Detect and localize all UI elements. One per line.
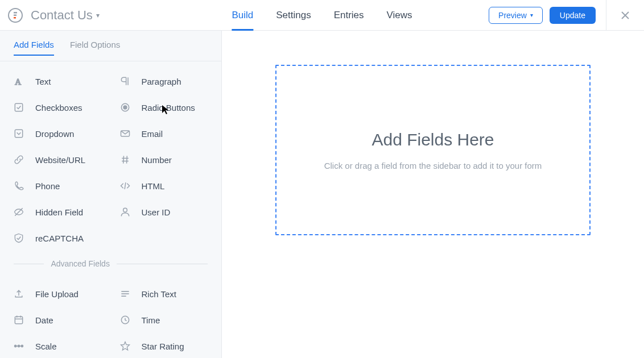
paragraph-icon [119, 75, 131, 88]
sidebar-tab-add-fields[interactable]: Add Fields [14, 40, 54, 55]
field-label: Hidden Field [35, 207, 83, 217]
field-item-email[interactable]: Email [111, 120, 217, 147]
text-icon: A [13, 75, 25, 88]
star-icon [119, 340, 131, 352]
field-item-number[interactable]: Number [111, 147, 217, 173]
top-actions: Preview ▾ Update [489, 0, 644, 30]
tab-settings[interactable]: Settings [276, 0, 311, 30]
svg-rect-3 [14, 17, 16, 19]
form-title-dropdown[interactable]: Contact Us ▾ [31, 8, 100, 23]
field-item-scale[interactable]: Scale [5, 333, 111, 358]
field-item-date[interactable]: Date [5, 307, 111, 333]
svg-rect-10 [15, 130, 22, 137]
field-label: Radio Buttons [142, 103, 195, 113]
field-item-radio[interactable]: Radio Buttons [111, 94, 217, 120]
email-icon [119, 127, 131, 140]
field-item-star[interactable]: Star Rating [111, 333, 217, 358]
sidebar-tab-field-options[interactable]: Field Options [70, 40, 120, 55]
svg-text:A: A [15, 77, 21, 86]
user-icon [119, 206, 131, 218]
dropzone-subtext: Click or drag a field from the sidebar t… [324, 161, 542, 170]
advanced-fields-heading: Advanced Fields [0, 253, 221, 274]
dropdown-icon [13, 127, 25, 140]
app-logo [0, 8, 31, 23]
svg-rect-1 [14, 12, 17, 14]
field-item-upload[interactable]: File Upload [5, 281, 111, 307]
field-label: User ID [142, 207, 171, 217]
field-item-phone[interactable]: Phone [5, 173, 111, 199]
field-label: File Upload [35, 289, 79, 299]
radio-icon [119, 101, 131, 114]
form-title: Contact Us [31, 8, 93, 23]
advanced-fields-grid: File UploadRich TextDateTimeScaleStar Ra… [0, 274, 221, 358]
field-item-captcha[interactable]: reCAPTCHA [5, 225, 111, 251]
main-tabs: Build Settings Entries Views [232, 0, 412, 30]
field-label: Number [142, 155, 172, 165]
dropzone-heading: Add Fields Here [371, 130, 494, 149]
svg-point-13 [123, 208, 127, 212]
field-label: Time [142, 315, 160, 325]
field-item-hidden[interactable]: Hidden Field [5, 199, 111, 225]
captcha-icon [13, 232, 25, 244]
field-label: Text [35, 77, 51, 86]
logo-icon [8, 8, 23, 23]
field-label: Star Rating [142, 342, 184, 351]
url-icon [13, 153, 25, 166]
field-label: Rich Text [142, 289, 176, 299]
field-item-text[interactable]: AText [5, 68, 111, 94]
field-label: Checkboxes [35, 103, 82, 113]
field-item-dropdown[interactable]: Dropdown [5, 120, 111, 147]
field-item-url[interactable]: Website/URL [5, 147, 111, 173]
form-canvas: Add Fields Here Click or drag a field fr… [222, 31, 644, 358]
field-item-checkbox[interactable]: Checkboxes [5, 94, 111, 120]
svg-rect-17 [15, 317, 22, 324]
html-icon [119, 180, 131, 192]
sidebar-tabs: Add Fields Field Options [0, 31, 221, 61]
body: Add Fields Field Options ATextParagraphC… [0, 31, 644, 358]
svg-point-9 [123, 106, 127, 109]
time-icon [119, 314, 131, 326]
field-item-richtext[interactable]: Rich Text [111, 281, 217, 307]
field-item-user[interactable]: User ID [111, 199, 217, 225]
close-button[interactable] [613, 10, 637, 20]
field-label: HTML [142, 181, 165, 191]
divider [606, 0, 606, 31]
svg-rect-7 [15, 103, 22, 111]
field-label: Email [142, 129, 163, 139]
field-item-time[interactable]: Time [111, 307, 217, 333]
field-label: Paragraph [142, 77, 181, 86]
dropzone[interactable]: Add Fields Here Click or drag a field fr… [275, 65, 591, 235]
scale-icon [13, 340, 25, 352]
number-icon [119, 153, 131, 166]
upload-icon [13, 288, 25, 300]
svg-rect-2 [14, 14, 16, 16]
field-item-html[interactable]: HTML [111, 173, 217, 199]
checkbox-icon [13, 101, 25, 114]
field-label: Scale [35, 342, 57, 351]
caret-down-icon: ▾ [96, 11, 100, 19]
preview-button[interactable]: Preview ▾ [489, 7, 543, 24]
basic-fields-grid: ATextParagraphCheckboxesRadio ButtonsDro… [0, 61, 221, 253]
field-label: Dropdown [35, 129, 74, 139]
tab-views[interactable]: Views [387, 0, 412, 30]
top-bar: Contact Us ▾ Build Settings Entries View… [0, 0, 644, 31]
date-icon [13, 314, 25, 326]
tab-entries[interactable]: Entries [334, 0, 364, 30]
field-label: reCAPTCHA [35, 234, 84, 243]
hidden-icon [13, 206, 25, 218]
close-icon [620, 10, 630, 20]
field-label: Website/URL [35, 155, 85, 165]
tab-build[interactable]: Build [232, 0, 253, 30]
richtext-icon [119, 288, 131, 300]
update-button[interactable]: Update [550, 7, 596, 24]
field-label: Phone [35, 181, 60, 191]
field-label: Date [35, 315, 53, 325]
sidebar: Add Fields Field Options ATextParagraphC… [0, 31, 222, 358]
phone-icon [13, 180, 25, 192]
caret-down-icon: ▾ [530, 12, 533, 18]
field-item-paragraph[interactable]: Paragraph [111, 68, 217, 94]
